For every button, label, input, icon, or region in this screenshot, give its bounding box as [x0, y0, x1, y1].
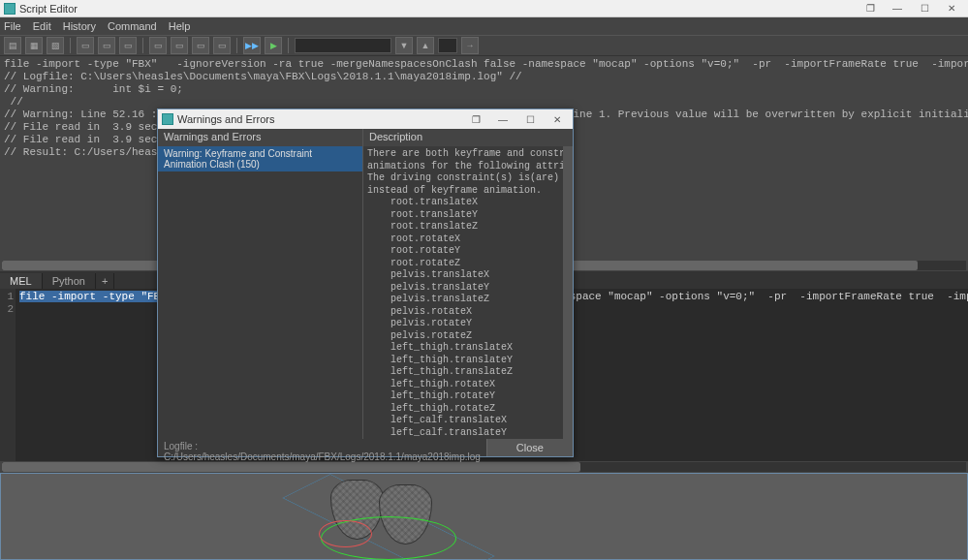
goto-field[interactable] [438, 38, 457, 53]
dialog-title: Warnings and Errors [177, 113, 460, 125]
menu-history[interactable]: History [63, 20, 96, 32]
minimize-icon[interactable]: — [885, 2, 910, 16]
tab-python[interactable]: Python [43, 273, 96, 289]
save-icon[interactable]: ▦ [25, 37, 43, 54]
separator [70, 38, 71, 53]
gutter: 12 [0, 289, 16, 473]
save-all-icon[interactable]: ▧ [47, 37, 64, 54]
menubar: File Edit History Command Help [0, 17, 968, 35]
separator [142, 38, 143, 53]
clear-history-icon[interactable]: ▭ [119, 37, 137, 54]
viewport[interactable] [0, 473, 968, 560]
menu-edit[interactable]: Edit [33, 20, 51, 32]
history-off-icon[interactable]: ▭ [171, 37, 188, 54]
restore-icon[interactable]: ❐ [858, 2, 883, 16]
dialog-maximize-icon[interactable]: ☐ [518, 112, 542, 126]
history-on-icon[interactable]: ▭ [149, 37, 167, 54]
execute-all-icon[interactable]: ▶ [265, 37, 282, 54]
separator [288, 38, 289, 53]
warning-row[interactable]: Warning: Keyframe and Constraint Animati… [158, 146, 362, 171]
col-description[interactable]: Description [363, 129, 573, 146]
goto-icon[interactable]: → [461, 37, 479, 54]
input-hscroll[interactable] [0, 461, 968, 473]
open-icon[interactable]: ▤ [4, 37, 21, 54]
tab-mel[interactable]: MEL [0, 273, 43, 289]
dialog-titlebar[interactable]: Warnings and Errors ❐ — ☐ ✕ [158, 109, 573, 129]
warnings-list[interactable]: Warning: Keyframe and Constraint Animati… [158, 146, 363, 439]
dialog-footer: Logfile : C:/Users/heasles/Documents/may… [158, 439, 573, 456]
search-field[interactable] [295, 38, 391, 53]
titlebar: Script Editor ❐ — ☐ ✕ [0, 0, 968, 17]
col-warnings[interactable]: Warnings and Errors [158, 129, 363, 146]
menu-file[interactable]: File [4, 20, 21, 32]
separator [236, 38, 237, 53]
line-numbers-icon[interactable]: ▭ [213, 37, 231, 54]
logfile-path: Logfile : C:/Users/heasles/Documents/may… [158, 439, 486, 456]
source-icon[interactable]: ▭ [77, 37, 94, 54]
menu-command[interactable]: Command [108, 20, 157, 32]
search-down-icon[interactable]: ▼ [395, 37, 413, 54]
dialog-minimize-icon[interactable]: — [491, 112, 515, 126]
echo-icon[interactable]: ▭ [192, 37, 209, 54]
app-icon [4, 3, 16, 15]
column-headers: Warnings and Errors Description [158, 129, 573, 146]
description-pane[interactable]: There are both keyframe and constraint a… [363, 146, 573, 439]
menu-help[interactable]: Help [169, 20, 191, 32]
tab-add[interactable]: + [96, 273, 114, 289]
dialog-restore-icon[interactable]: ❐ [464, 112, 487, 126]
character-mesh [330, 480, 447, 552]
execute-icon[interactable]: ▶▶ [243, 37, 261, 54]
close-button[interactable]: Close [486, 439, 573, 456]
search-up-icon[interactable]: ▲ [417, 37, 434, 54]
close-icon[interactable]: ✕ [939, 2, 964, 16]
app-icon [162, 113, 173, 125]
maximize-icon[interactable]: ☐ [912, 2, 937, 16]
dialog-close-icon[interactable]: ✕ [546, 112, 569, 126]
warnings-errors-dialog: Warnings and Errors ❐ — ☐ ✕ Warnings and… [157, 109, 574, 457]
clear-icon[interactable]: ▭ [98, 37, 115, 54]
window-title: Script Editor [19, 3, 854, 15]
toolbar: ▤ ▦ ▧ ▭ ▭ ▭ ▭ ▭ ▭ ▭ ▶▶ ▶ ▼ ▲ → [0, 35, 968, 56]
